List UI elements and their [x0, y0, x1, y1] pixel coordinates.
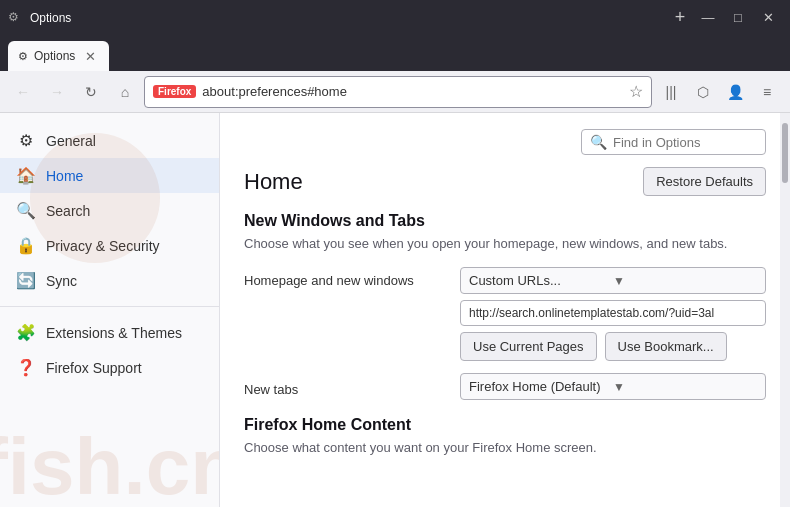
sidebar-item-support-label: Firefox Support	[46, 360, 142, 376]
new-tabs-controls: Firefox Home (Default) ▼	[460, 373, 766, 400]
reload-button[interactable]: ↻	[76, 77, 106, 107]
content-area: 🔍 Home Restore Defaults New Windows and …	[220, 113, 790, 507]
main-container: ⚙ General 🏠 Home 🔍 Search 🔒 Privacy & Se…	[0, 113, 790, 507]
forward-button[interactable]: →	[42, 77, 72, 107]
firefox-home-content-section: Firefox Home Content Choose what content…	[244, 416, 766, 455]
sidebar-item-extensions-label: Extensions & Themes	[46, 325, 182, 341]
content-wrapper: 🔍 Home Restore Defaults New Windows and …	[220, 113, 790, 507]
new-tabs-dropdown-arrow-icon: ▼	[613, 380, 757, 394]
home-button[interactable]: ⌂	[110, 77, 140, 107]
tab-close-button[interactable]: ✕	[81, 47, 99, 65]
new-tabs-label: New tabs	[244, 376, 444, 397]
sidebar-item-search[interactable]: 🔍 Search	[0, 193, 219, 228]
homepage-btn-row: Use Current Pages Use Bookmark...	[460, 332, 766, 361]
homepage-dropdown[interactable]: Custom URLs... ▼	[460, 267, 766, 294]
homepage-controls: Custom URLs... ▼ Use Current Pages Use B…	[460, 267, 766, 361]
sidebar-item-home[interactable]: 🏠 Home	[0, 158, 219, 193]
new-tab-button[interactable]: +	[666, 4, 694, 32]
options-icon: ⚙	[8, 10, 24, 26]
sidebar-item-extensions[interactable]: 🧩 Extensions & Themes	[0, 315, 219, 350]
page-title: Home	[244, 169, 303, 195]
title-bar: ⚙ Options + — □ ✕	[0, 0, 790, 35]
new-tabs-dropdown[interactable]: Firefox Home (Default) ▼	[460, 373, 766, 400]
minimize-button[interactable]: —	[694, 4, 722, 32]
section1-description: Choose what you see when you open your h…	[244, 236, 766, 251]
homepage-label: Homepage and new windows	[244, 267, 444, 288]
find-search-icon: 🔍	[590, 134, 607, 150]
homepage-setting-row: Homepage and new windows Custom URLs... …	[244, 267, 766, 361]
section1-title: New Windows and Tabs	[244, 212, 766, 230]
find-in-options-bar: 🔍	[244, 129, 766, 155]
back-button[interactable]: ←	[8, 77, 38, 107]
sidebar-divider	[0, 306, 219, 307]
address-bar[interactable]: Firefox about:preferences#home ☆	[144, 76, 652, 108]
options-tab[interactable]: ⚙ Options ✕	[8, 41, 109, 71]
extensions-icon: 🧩	[16, 323, 36, 342]
bookmarks-button[interactable]: |||	[656, 77, 686, 107]
star-button[interactable]: ☆	[629, 82, 643, 101]
sidebar-item-support[interactable]: ❓ Firefox Support	[0, 350, 219, 385]
sidebar-item-privacy[interactable]: 🔒 Privacy & Security	[0, 228, 219, 263]
scrollbar[interactable]	[780, 113, 790, 507]
window-controls: — □ ✕	[694, 4, 782, 32]
home-icon: 🏠	[16, 166, 36, 185]
menu-button[interactable]: ≡	[752, 77, 782, 107]
sidebar-item-search-label: Search	[46, 203, 90, 219]
sidebar: ⚙ General 🏠 Home 🔍 Search 🔒 Privacy & Se…	[0, 113, 220, 507]
tab-label: Options	[34, 49, 75, 63]
scrollbar-thumb[interactable]	[782, 123, 788, 183]
support-icon: ❓	[16, 358, 36, 377]
restore-defaults-button[interactable]: Restore Defaults	[643, 167, 766, 196]
homepage-dropdown-value: Custom URLs...	[469, 273, 613, 288]
watermark: fish.cn	[0, 427, 220, 507]
nav-right-buttons: ||| ⬡ 👤 ≡	[656, 77, 782, 107]
homepage-url-input[interactable]	[460, 300, 766, 326]
address-text: about:preferences#home	[202, 84, 623, 99]
account-button[interactable]: 👤	[720, 77, 750, 107]
use-current-pages-button[interactable]: Use Current Pages	[460, 332, 597, 361]
sidebar-item-sync[interactable]: 🔄 Sync	[0, 263, 219, 298]
new-tabs-setting-row: New tabs Firefox Home (Default) ▼	[244, 373, 766, 400]
dropdown-arrow-icon: ▼	[613, 274, 757, 288]
sidebar-item-privacy-label: Privacy & Security	[46, 238, 160, 254]
use-bookmark-button[interactable]: Use Bookmark...	[605, 332, 727, 361]
search-icon: 🔍	[16, 201, 36, 220]
section2-title: Firefox Home Content	[244, 416, 766, 434]
new-tabs-dropdown-value: Firefox Home (Default)	[469, 379, 613, 394]
section2-description: Choose what content you want on your Fir…	[244, 440, 766, 455]
sidebar-item-sync-label: Sync	[46, 273, 77, 289]
window-title: Options	[30, 11, 662, 25]
tab-favicon-icon: ⚙	[18, 50, 28, 63]
maximize-button[interactable]: □	[724, 4, 752, 32]
general-icon: ⚙	[16, 131, 36, 150]
sync-icon: 🔄	[16, 271, 36, 290]
page-header: Home Restore Defaults	[244, 167, 766, 196]
nav-bar: ← → ↻ ⌂ Firefox about:preferences#home ☆…	[0, 71, 790, 113]
sidebar-item-general-label: General	[46, 133, 96, 149]
sidebar-item-general[interactable]: ⚙ General	[0, 123, 219, 158]
privacy-icon: 🔒	[16, 236, 36, 255]
close-button[interactable]: ✕	[754, 4, 782, 32]
sidebar-item-home-label: Home	[46, 168, 83, 184]
find-in-options-input[interactable]	[613, 135, 757, 150]
tab-bar: ⚙ Options ✕	[0, 35, 790, 71]
container-button[interactable]: ⬡	[688, 77, 718, 107]
firefox-badge: Firefox	[153, 85, 196, 98]
new-windows-tabs-section: New Windows and Tabs Choose what you see…	[244, 212, 766, 251]
find-input-container[interactable]: 🔍	[581, 129, 766, 155]
